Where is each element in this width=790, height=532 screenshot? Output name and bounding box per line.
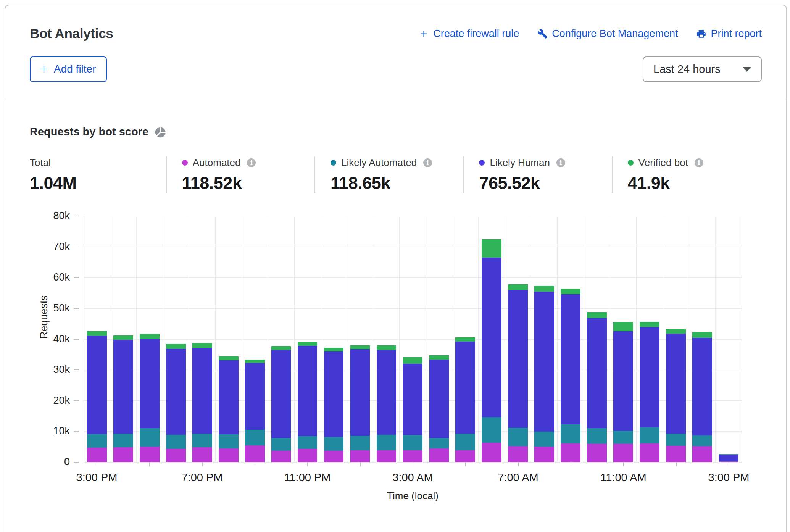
bar-segment-likely-automated xyxy=(324,437,344,451)
x-tick-mark xyxy=(307,462,308,466)
y-tick-mark xyxy=(74,277,79,278)
stacked-bar-2:00 PM[interactable] xyxy=(692,216,712,462)
stacked-bar-7:00 PM[interactable] xyxy=(192,216,212,462)
print-report-label: Print report xyxy=(711,28,762,40)
bar-slot xyxy=(347,216,373,462)
bar-slot xyxy=(505,216,531,462)
bar-segment-verified-bot xyxy=(377,345,397,350)
stacked-bar-6:00 PM[interactable] xyxy=(166,216,186,462)
bar-segment-likely-automated xyxy=(692,435,712,446)
stacked-bar-10:00 PM[interactable] xyxy=(271,216,291,462)
x-tick-label: 7:00 PM xyxy=(182,471,223,484)
bar-segment-automated xyxy=(587,444,607,462)
stacked-bar-2:00 AM[interactable] xyxy=(377,216,397,462)
bar-slot xyxy=(268,216,294,462)
y-tick-label: 40k xyxy=(32,333,70,345)
stat-likely-automated: Likely Automated i 118.65k xyxy=(314,156,463,193)
bar-segment-likely-human xyxy=(377,350,397,435)
bar-segment-likely-automated xyxy=(298,436,318,448)
info-icon[interactable]: i xyxy=(556,158,565,167)
chevron-down-icon xyxy=(743,67,751,72)
bar-slot xyxy=(478,216,505,462)
bar-segment-automated xyxy=(245,445,265,462)
stacked-bar-5:00 PM[interactable] xyxy=(140,216,160,462)
bar-slot xyxy=(242,216,268,462)
printer-icon xyxy=(696,29,706,39)
x-tick-mark xyxy=(465,462,466,466)
stat-value: 41.9k xyxy=(628,173,760,193)
stacked-bar-11:00 AM[interactable] xyxy=(613,216,633,462)
stacked-bar-1:00 AM[interactable] xyxy=(350,216,370,462)
stat-value: 1.04M xyxy=(30,173,166,193)
stat-label: Verified bot xyxy=(638,157,688,169)
x-tick-mark xyxy=(360,462,361,466)
bar-segment-automated xyxy=(613,444,633,462)
y-tick-label: 10k xyxy=(32,425,70,437)
bar-segment-likely-automated xyxy=(192,434,212,447)
bar-segment-automated xyxy=(324,451,344,462)
y-tick-mark xyxy=(74,339,79,340)
stacked-bar-9:00 PM[interactable] xyxy=(245,216,265,462)
stacked-bar-3:00 PM[interactable] xyxy=(87,216,107,462)
bar-segment-verified-bot xyxy=(561,289,580,294)
stacked-bar-10:00 AM[interactable] xyxy=(587,216,607,462)
x-tick-mark xyxy=(97,462,97,466)
stacked-bar-8:00 PM[interactable] xyxy=(219,216,239,462)
page-title: Bot Analytics xyxy=(30,26,113,41)
stat-verified-bot: Verified bot i 41.9k xyxy=(612,156,760,193)
bar-slot xyxy=(531,216,557,462)
bar-segment-likely-human xyxy=(666,334,686,434)
x-tick-label: 3:00 PM xyxy=(708,471,750,484)
bar-segment-verified-bot xyxy=(271,346,291,350)
stacked-bar-9:00 AM[interactable] xyxy=(561,216,580,462)
time-range-select[interactable]: Last 24 hours xyxy=(643,56,762,82)
stacked-bar-7:00 AM[interactable] xyxy=(508,216,528,462)
info-icon[interactable]: i xyxy=(695,158,703,167)
x-tick-mark xyxy=(413,462,413,466)
bar-segment-likely-human xyxy=(140,339,160,429)
stacked-bar-3:00 PM[interactable] xyxy=(719,216,738,462)
stacked-bar-5:00 AM[interactable] xyxy=(455,216,475,462)
stacked-bar-11:00 PM[interactable] xyxy=(298,216,318,462)
bar-segment-likely-automated xyxy=(166,435,186,448)
bar-segment-verified-bot xyxy=(666,329,686,334)
info-icon[interactable]: i xyxy=(423,158,432,167)
stat-likely-human: Likely Human i 765.52k xyxy=(463,156,611,193)
bar-segment-likely-automated xyxy=(666,434,686,446)
y-tick-mark xyxy=(74,431,79,432)
x-tick-mark xyxy=(571,462,571,466)
bar-segment-verified-bot xyxy=(140,334,160,339)
bar-segment-verified-bot xyxy=(192,343,212,348)
bar-segment-likely-human xyxy=(192,348,212,434)
bar-segment-automated xyxy=(455,450,475,462)
x-tick-mark xyxy=(202,462,203,466)
stacked-bar-6:00 AM[interactable] xyxy=(482,216,501,462)
bar-segment-likely-human xyxy=(561,294,580,424)
info-icon[interactable]: i xyxy=(247,158,256,167)
stacked-bar-12:00 PM[interactable] xyxy=(640,216,659,462)
configure-bot-management-label: Configure Bot Management xyxy=(552,28,678,40)
x-tick-mark xyxy=(729,462,729,466)
bar-segment-automated xyxy=(271,451,291,462)
bar-segment-likely-human xyxy=(245,363,265,430)
bar-segment-likely-automated xyxy=(429,438,449,448)
bar-segment-likely-automated xyxy=(377,435,397,450)
y-axis-labels: 010k20k30k40k50k60k70k80k xyxy=(30,216,84,462)
bar-segment-verified-bot xyxy=(87,331,107,335)
bar-segment-likely-human xyxy=(87,336,107,434)
bar-segment-likely-human xyxy=(298,346,318,436)
print-report-link[interactable]: Print report xyxy=(696,28,762,40)
stacked-bar-1:00 PM[interactable] xyxy=(666,216,686,462)
stacked-bar-3:00 AM[interactable] xyxy=(403,216,423,462)
stacked-bar-4:00 PM[interactable] xyxy=(113,216,133,462)
bar-segment-likely-automated xyxy=(534,432,554,447)
add-filter-button[interactable]: Add filter xyxy=(30,56,107,82)
bar-segment-likely-automated xyxy=(140,428,160,447)
create-firewall-rule-link[interactable]: Create firewall rule xyxy=(419,28,519,40)
bar-segment-likely-human xyxy=(455,342,475,434)
configure-bot-management-link[interactable]: Configure Bot Management xyxy=(537,28,678,40)
stacked-bar-12:00 AM[interactable] xyxy=(324,216,344,462)
x-tick-mark xyxy=(623,462,624,466)
stacked-bar-8:00 AM[interactable] xyxy=(534,216,554,462)
stacked-bar-4:00 AM[interactable] xyxy=(429,216,449,462)
